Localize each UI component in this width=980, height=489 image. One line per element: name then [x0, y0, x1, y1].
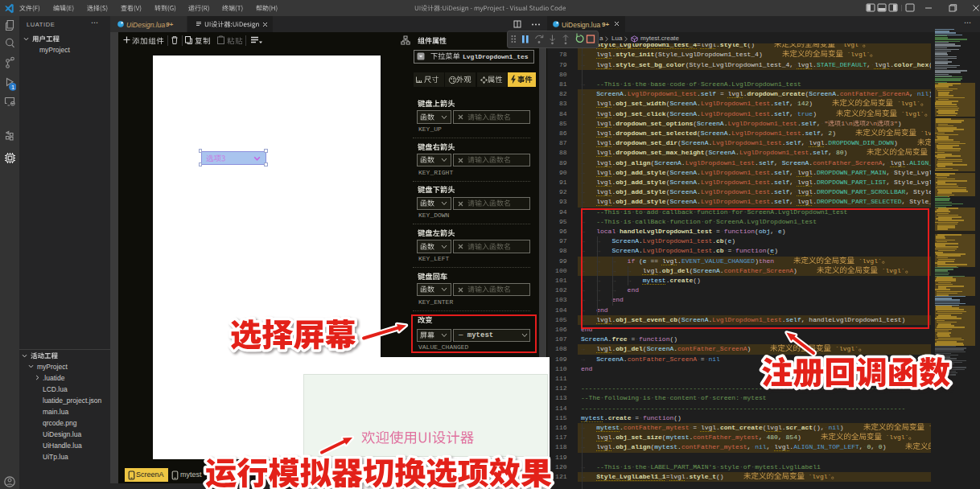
svg-text:1: 1 [11, 84, 14, 91]
